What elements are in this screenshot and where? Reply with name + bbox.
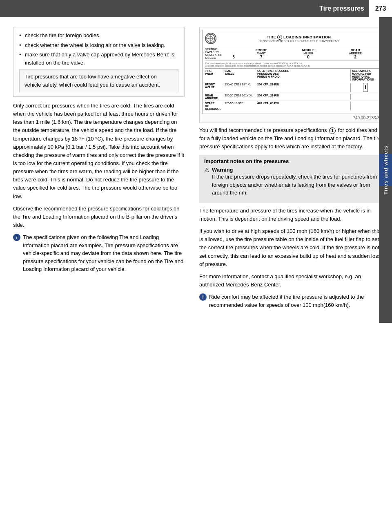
bullet-list: check the tire for foreign bodies. check…: [19, 31, 178, 67]
placard-size-rear: 285/35 ZR18 101Y XL: [225, 94, 257, 100]
placard-seats-num: 5: [229, 55, 238, 59]
warning-text: If the tire pressure drops repeatedly, c…: [212, 173, 380, 197]
right-body-para-3: For more information, contact a qualifie…: [199, 273, 385, 289]
placard-data-header: TIREPNEU SIZETAILLE COLD TIRE PRESSUREPR…: [205, 68, 379, 82]
tire-placard: TIRE 1 LOADING INFORMATION RENSEIGNEMENT…: [199, 27, 385, 123]
placard-pos-front: FRONT AVANT 7: [238, 48, 285, 59]
placard-pos-rear: REAR ARRIÈRE 2: [332, 48, 379, 59]
placard-tire-spare: SPAREDE RECHANGE: [205, 102, 225, 110]
placard-disclaimer: The combined weight of occupants and car…: [205, 62, 379, 67]
col-head-pressure: COLD TIRE PRESSUREPRESSION DESPNEUS À FR…: [257, 69, 350, 81]
right-body-para-2: If you wish to drive at high speeds of 1…: [199, 227, 385, 268]
right-body-para-1: The temperature and pressure of the tire…: [199, 207, 385, 223]
bullet-item-2: check whether the wheel is losing air or…: [19, 41, 178, 49]
page-body: check the tire for foreign bodies. check…: [0, 17, 392, 323]
placard-caption: P40.00-2133-31: [202, 116, 382, 120]
warning-section: ⚠ Warning If the tire pressure drops rep…: [204, 167, 380, 197]
page-title: Tire pressures: [0, 5, 369, 12]
placard-size-spare: 175/55-16 96P: [225, 102, 257, 110]
placard-row-rear: REARARRIÈRE 285/35 ZR18 101Y XL 200 KPA,…: [205, 93, 379, 101]
info-note-text: The specifications given on the followin…: [23, 233, 185, 273]
placard-pressure-spare: 420 KPA, 60 PSI: [257, 102, 350, 110]
placard-pos-middle: MIDDLE MILIEU 0: [285, 48, 332, 59]
placard-inner: TIRE 1 LOADING INFORMATION RENSEIGNEMENT…: [202, 30, 382, 114]
col-head-tire: TIREPNEU: [205, 69, 225, 81]
page-number: 273: [369, 0, 392, 17]
warning-inner-box: Tire pressures that are too low have a n…: [19, 69, 178, 92]
important-title: Important notes on tire pressures: [204, 158, 380, 164]
placard-owners-box: i: [350, 83, 379, 92]
warning-inner-text: Tire pressures that are too low have a n…: [24, 73, 173, 89]
placard-tire-front: FRONTAVANT: [205, 83, 225, 92]
col-head-size: SIZETAILLE: [225, 69, 257, 81]
side-tab-label: Tires and wheels: [383, 145, 389, 195]
placard-tire-rear: REARARRIÈRE: [205, 94, 225, 100]
right-intro-text: You will find recommended tire pressure …: [199, 126, 385, 151]
left-column: check the tire for foreign bodies. check…: [0, 17, 192, 323]
placard-row-front: FRONTAVANT 255/40 ZR18 99Y XL 200 KPA, 2…: [205, 82, 379, 93]
col-head-note: SEE OWNERSMANUAL FORADDITIONALINFORMATIO…: [350, 69, 379, 81]
side-tab: Tires and wheels: [379, 17, 392, 323]
right-info-icon: i: [199, 293, 207, 301]
info-icon: i: [13, 234, 20, 241]
placard-header: TIRE 1 LOADING INFORMATION RENSEIGNEMENT…: [205, 33, 379, 46]
right-column: TIRE 1 LOADING INFORMATION RENSEIGNEMENT…: [192, 17, 392, 323]
bullet-box: check the tire for foreign bodies. check…: [13, 27, 185, 97]
placard-seats-label: SEATING CAPACITY NOMBRE DE SIÈGES: [205, 48, 229, 59]
warning-triangle-icon: ⚠: [204, 167, 209, 173]
page-header: Tire pressures 273: [0, 0, 392, 17]
placard-title-main: TIRE 1 LOADING INFORMATION: [219, 35, 379, 40]
placard-title-area: TIRE 1 LOADING INFORMATION RENSEIGNEMENT…: [219, 35, 379, 42]
bullet-item-3: make sure that only a valve cap approved…: [19, 51, 178, 67]
left-body-para-1: Only correct tire pressures when the tir…: [13, 102, 185, 201]
right-info-note-text: Ride comfort may be affected if the tire…: [209, 293, 385, 309]
important-notes-box: Important notes on tire pressures ⚠ Warn…: [199, 155, 385, 203]
placard-pressure-rear: 200 KPA, 29 PSI: [257, 94, 350, 100]
right-info-note: i Ride comfort may be affected if the ti…: [199, 293, 385, 309]
placard-logo: [205, 33, 216, 44]
placard-size-front: 255/40 ZR18 99Y XL: [225, 83, 257, 92]
left-info-note: i The specifications given on the follow…: [13, 233, 185, 273]
placard-pressure-front: 200 KPA, 29 PSI: [257, 83, 350, 92]
placard-title-sub: RENSEIGNEMENTS SUR LES PNEUS ET LE CHARG…: [219, 40, 379, 42]
circle-ref-1: 1: [329, 127, 336, 134]
right-intro-text-part1: You will find recommended tire pressure …: [199, 127, 327, 133]
bullet-item-1: check the tire for foreign bodies.: [19, 31, 178, 40]
placard-row-spare: SPAREDE RECHANGE 175/55-16 96P 420 KPA, …: [205, 101, 379, 111]
left-body-para-2: Observe the recommended tire pressure sp…: [13, 205, 185, 229]
warning-title: Warning: [212, 167, 380, 173]
placard-seats-row: SEATING CAPACITY NOMBRE DE SIÈGES 5 FRON…: [205, 48, 379, 61]
